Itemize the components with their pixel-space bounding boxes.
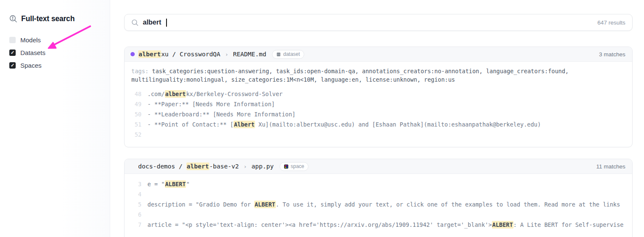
match-count: 3 matches bbox=[599, 51, 625, 58]
file-name[interactable]: README.md bbox=[233, 51, 266, 58]
sidebar-title-row: Full-text search bbox=[9, 14, 110, 23]
tags-label: tags: bbox=[131, 68, 149, 74]
file-name[interactable]: app.py bbox=[252, 163, 274, 170]
code-line: 5description = "Gradio Demo for ALBERT. … bbox=[131, 199, 625, 209]
code-line: 51- **Point of Contact:** [Albert Xu](ma… bbox=[131, 119, 625, 130]
spaces-checkbox[interactable] bbox=[9, 62, 16, 69]
filter-label-models: Models bbox=[20, 36, 41, 44]
code-line: 6 bbox=[131, 209, 625, 220]
space-icon bbox=[284, 164, 289, 169]
code-line: 7article = "<p style='text-align: center… bbox=[131, 220, 625, 230]
line-number: 5 bbox=[131, 199, 142, 209]
match-count: 11 matches bbox=[596, 163, 625, 170]
card-header: albertxu / CrosswordQA › README.md datas… bbox=[125, 47, 632, 62]
line-content bbox=[147, 209, 625, 220]
result-card-dataset: albertxu / CrosswordQA › README.md datas… bbox=[124, 47, 633, 147]
line-content: - **Point of Contact:** [Albert Xu](mail… bbox=[147, 119, 625, 130]
search-input[interactable]: albert bbox=[143, 19, 161, 26]
line-content: - **Leaderboard:** [Needs More Informati… bbox=[147, 109, 625, 119]
code-excerpt: 48.com/albertkx/Berkeley-Crossword-Solve… bbox=[131, 89, 625, 140]
line-number: 4 bbox=[131, 189, 142, 199]
code-excerpt: 3e = "ALBERT" 4 5description = "Gradio D… bbox=[131, 179, 625, 230]
breadcrumb-separator: › bbox=[244, 163, 247, 170]
line-content: - **Paper:** [Needs More Information] bbox=[147, 99, 625, 109]
datasets-checkbox[interactable] bbox=[9, 50, 16, 56]
text-caret bbox=[166, 19, 167, 27]
card-body: tags: task_categories:question-answering… bbox=[125, 62, 632, 147]
filter-label-spaces: Spaces bbox=[20, 62, 42, 69]
line-number: 51 bbox=[131, 119, 142, 130]
fulltext-search-icon bbox=[9, 15, 17, 23]
card-body: 3e = "ALBERT" 4 5description = "Gradio D… bbox=[125, 174, 632, 237]
line-number: 50 bbox=[131, 109, 142, 119]
badge-label: space bbox=[291, 163, 304, 169]
results-count: 647 results bbox=[597, 19, 625, 26]
line-number: 49 bbox=[131, 99, 142, 109]
code-line: 4 bbox=[131, 189, 625, 199]
line-content bbox=[147, 189, 625, 199]
code-line: 3e = "ALBERT" bbox=[131, 179, 625, 189]
line-number: 7 bbox=[131, 220, 142, 230]
repo-path[interactable]: docs-demos / albert-base-v2 bbox=[138, 163, 239, 170]
filter-datasets[interactable]: Datasets bbox=[9, 49, 110, 56]
models-checkbox[interactable] bbox=[9, 37, 16, 43]
repo-path[interactable]: albertxu / CrosswordQA bbox=[138, 51, 220, 58]
line-content: .com/albertkx/Berkeley-Crossword-Solver bbox=[147, 89, 625, 99]
code-line: 50- **Leaderboard:** [Needs More Informa… bbox=[131, 109, 625, 119]
code-line: 48.com/albertkx/Berkeley-Crossword-Solve… bbox=[131, 89, 625, 99]
line-number: 6 bbox=[131, 209, 142, 220]
card-header: docs-demos / albert-base-v2 › app.py spa… bbox=[125, 159, 632, 174]
code-line: 52 bbox=[131, 130, 625, 140]
filter-spaces[interactable]: Spaces bbox=[9, 62, 110, 69]
line-content: description = "Gradio Demo for ALBERT. T… bbox=[147, 199, 625, 209]
search-icon bbox=[131, 19, 139, 26]
search-bar[interactable]: albert 647 results bbox=[124, 14, 633, 31]
line-content: e = "ALBERT" bbox=[147, 179, 625, 189]
breadcrumb-separator: › bbox=[225, 51, 228, 58]
line-content bbox=[147, 130, 625, 140]
badge-label: dataset bbox=[283, 51, 300, 57]
main-content: albert 647 results albertxu / CrosswordQ… bbox=[110, 0, 644, 237]
repo-avatar bbox=[130, 52, 135, 56]
tags-row: tags: task_categories:question-answering… bbox=[131, 67, 625, 84]
repo-type-badge: dataset bbox=[272, 50, 304, 59]
tags-value: task_categories:question-answering, task… bbox=[131, 68, 569, 83]
filter-label-datasets: Datasets bbox=[20, 49, 45, 56]
dataset-icon bbox=[276, 52, 281, 57]
app: Full-text search Models Datasets Spaces bbox=[0, 0, 644, 237]
line-number: 48 bbox=[131, 89, 142, 99]
line-number: 3 bbox=[131, 179, 142, 189]
line-number: 52 bbox=[131, 130, 142, 140]
repo-type-badge: space bbox=[280, 162, 308, 171]
filter-models[interactable]: Models bbox=[9, 36, 110, 43]
page-title: Full-text search bbox=[21, 14, 75, 23]
line-content: article = "<p style='text-align: center'… bbox=[147, 220, 625, 230]
sidebar: Full-text search Models Datasets Spaces bbox=[0, 0, 110, 237]
result-card-space: docs-demos / albert-base-v2 › app.py spa… bbox=[124, 159, 633, 237]
code-line: 49- **Paper:** [Needs More Information] bbox=[131, 99, 625, 109]
